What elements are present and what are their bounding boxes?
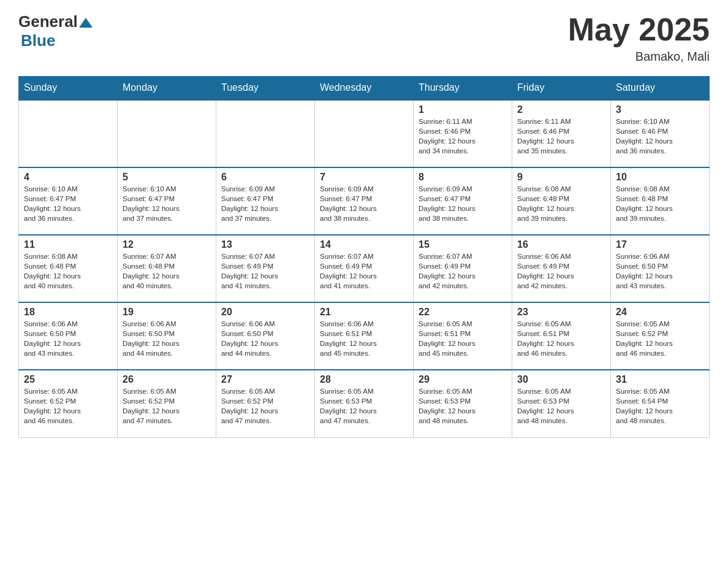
day-info: Sunrise: 6:06 AM Sunset: 6:50 PM Dayligh… [123, 319, 211, 358]
calendar-day-header: Monday [118, 76, 216, 100]
day-info: Sunrise: 6:06 AM Sunset: 6:49 PM Dayligh… [517, 251, 605, 291]
calendar-cell: 31Sunrise: 6:05 AM Sunset: 6:54 PM Dayli… [611, 370, 710, 437]
day-number: 7 [320, 172, 408, 183]
calendar-day-header: Sunday [19, 76, 118, 100]
location-text: Bamako, Mali [568, 50, 710, 64]
calendar-cell [216, 100, 315, 167]
day-number: 20 [221, 307, 309, 318]
day-number: 29 [419, 374, 507, 385]
calendar-cell: 28Sunrise: 6:05 AM Sunset: 6:53 PM Dayli… [315, 370, 414, 437]
day-info: Sunrise: 6:05 AM Sunset: 6:52 PM Dayligh… [123, 386, 211, 426]
calendar-cell: 15Sunrise: 6:07 AM Sunset: 6:49 PM Dayli… [414, 235, 512, 302]
calendar-cell: 8Sunrise: 6:09 AM Sunset: 6:47 PM Daylig… [414, 167, 512, 235]
day-number: 6 [221, 172, 309, 183]
day-number: 13 [221, 239, 309, 250]
day-number: 31 [616, 374, 704, 385]
calendar-header-row: SundayMondayTuesdayWednesdayThursdayFrid… [19, 76, 710, 100]
day-info: Sunrise: 6:05 AM Sunset: 6:51 PM Dayligh… [419, 319, 507, 358]
calendar-cell: 27Sunrise: 6:05 AM Sunset: 6:52 PM Dayli… [216, 370, 315, 437]
calendar-cell: 21Sunrise: 6:06 AM Sunset: 6:51 PM Dayli… [315, 302, 414, 370]
day-number: 16 [517, 239, 605, 250]
day-info: Sunrise: 6:05 AM Sunset: 6:52 PM Dayligh… [24, 386, 112, 426]
day-number: 10 [616, 172, 704, 183]
day-number: 18 [24, 307, 112, 318]
calendar-cell: 9Sunrise: 6:08 AM Sunset: 6:48 PM Daylig… [512, 167, 611, 235]
day-number: 30 [517, 374, 605, 385]
day-number: 14 [320, 239, 408, 250]
day-info: Sunrise: 6:07 AM Sunset: 6:49 PM Dayligh… [320, 251, 408, 291]
day-number: 19 [123, 307, 211, 318]
day-number: 3 [616, 104, 704, 115]
calendar-cell: 30Sunrise: 6:05 AM Sunset: 6:53 PM Dayli… [512, 370, 611, 437]
calendar-day-header: Saturday [611, 76, 710, 100]
day-info: Sunrise: 6:10 AM Sunset: 6:47 PM Dayligh… [123, 184, 211, 223]
day-number: 5 [123, 172, 211, 183]
day-info: Sunrise: 6:06 AM Sunset: 6:51 PM Dayligh… [320, 319, 408, 358]
day-info: Sunrise: 6:09 AM Sunset: 6:47 PM Dayligh… [221, 184, 309, 223]
logo-blue-text: Blue [21, 31, 55, 50]
day-info: Sunrise: 6:05 AM Sunset: 6:54 PM Dayligh… [616, 386, 704, 426]
calendar-cell: 24Sunrise: 6:05 AM Sunset: 6:52 PM Dayli… [611, 302, 710, 370]
calendar-week-row: 4Sunrise: 6:10 AM Sunset: 6:47 PM Daylig… [19, 167, 710, 235]
day-number: 4 [24, 172, 112, 183]
calendar-cell: 29Sunrise: 6:05 AM Sunset: 6:53 PM Dayli… [414, 370, 512, 437]
calendar-table: SundayMondayTuesdayWednesdayThursdayFrid… [18, 76, 710, 438]
day-number: 26 [123, 374, 211, 385]
month-title: May 2025 [568, 12, 710, 47]
day-info: Sunrise: 6:10 AM Sunset: 6:47 PM Dayligh… [24, 184, 112, 223]
calendar-cell: 1Sunrise: 6:11 AM Sunset: 6:46 PM Daylig… [414, 100, 512, 167]
day-info: Sunrise: 6:06 AM Sunset: 6:50 PM Dayligh… [24, 319, 112, 358]
day-info: Sunrise: 6:05 AM Sunset: 6:52 PM Dayligh… [616, 319, 704, 358]
day-number: 22 [419, 307, 507, 318]
calendar-cell: 11Sunrise: 6:08 AM Sunset: 6:48 PM Dayli… [19, 235, 118, 302]
calendar-cell: 6Sunrise: 6:09 AM Sunset: 6:47 PM Daylig… [216, 167, 315, 235]
day-number: 21 [320, 307, 408, 318]
calendar-cell: 19Sunrise: 6:06 AM Sunset: 6:50 PM Dayli… [118, 302, 216, 370]
day-info: Sunrise: 6:08 AM Sunset: 6:48 PM Dayligh… [24, 251, 112, 291]
calendar-week-row: 18Sunrise: 6:06 AM Sunset: 6:50 PM Dayli… [19, 302, 710, 370]
calendar-cell: 2Sunrise: 6:11 AM Sunset: 6:46 PM Daylig… [512, 100, 611, 167]
day-info: Sunrise: 6:05 AM Sunset: 6:52 PM Dayligh… [221, 386, 309, 426]
day-number: 11 [24, 239, 112, 250]
day-info: Sunrise: 6:05 AM Sunset: 6:53 PM Dayligh… [517, 386, 605, 426]
day-number: 27 [221, 374, 309, 385]
day-number: 28 [320, 374, 408, 385]
calendar-cell: 22Sunrise: 6:05 AM Sunset: 6:51 PM Dayli… [414, 302, 512, 370]
calendar-cell: 26Sunrise: 6:05 AM Sunset: 6:52 PM Dayli… [118, 370, 216, 437]
day-info: Sunrise: 6:11 AM Sunset: 6:46 PM Dayligh… [517, 117, 605, 156]
day-info: Sunrise: 6:08 AM Sunset: 6:48 PM Dayligh… [616, 184, 704, 223]
day-number: 2 [517, 104, 605, 115]
calendar-cell: 14Sunrise: 6:07 AM Sunset: 6:49 PM Dayli… [315, 235, 414, 302]
calendar-cell [118, 100, 216, 167]
calendar-cell: 13Sunrise: 6:07 AM Sunset: 6:49 PM Dayli… [216, 235, 315, 302]
calendar-cell: 17Sunrise: 6:06 AM Sunset: 6:50 PM Dayli… [611, 235, 710, 302]
day-info: Sunrise: 6:06 AM Sunset: 6:50 PM Dayligh… [616, 251, 704, 291]
page-header: General Blue May 2025 Bamako, Mali [18, 12, 710, 64]
day-number: 15 [419, 239, 507, 250]
day-info: Sunrise: 6:07 AM Sunset: 6:49 PM Dayligh… [221, 251, 309, 291]
day-info: Sunrise: 6:08 AM Sunset: 6:48 PM Dayligh… [517, 184, 605, 223]
day-info: Sunrise: 6:05 AM Sunset: 6:53 PM Dayligh… [419, 386, 507, 426]
day-number: 24 [616, 307, 704, 318]
calendar-cell: 3Sunrise: 6:10 AM Sunset: 6:46 PM Daylig… [611, 100, 710, 167]
calendar-week-row: 11Sunrise: 6:08 AM Sunset: 6:48 PM Dayli… [19, 235, 710, 302]
calendar-day-header: Friday [512, 76, 611, 100]
calendar-cell: 5Sunrise: 6:10 AM Sunset: 6:47 PM Daylig… [118, 167, 216, 235]
calendar-cell: 7Sunrise: 6:09 AM Sunset: 6:47 PM Daylig… [315, 167, 414, 235]
calendar-week-row: 25Sunrise: 6:05 AM Sunset: 6:52 PM Dayli… [19, 370, 710, 437]
day-info: Sunrise: 6:05 AM Sunset: 6:53 PM Dayligh… [320, 386, 408, 426]
title-area: May 2025 Bamako, Mali [568, 12, 710, 64]
calendar-cell: 10Sunrise: 6:08 AM Sunset: 6:48 PM Dayli… [611, 167, 710, 235]
calendar-cell: 18Sunrise: 6:06 AM Sunset: 6:50 PM Dayli… [19, 302, 118, 370]
day-info: Sunrise: 6:07 AM Sunset: 6:49 PM Dayligh… [419, 251, 507, 291]
day-number: 23 [517, 307, 605, 318]
day-number: 12 [123, 239, 211, 250]
day-number: 17 [616, 239, 704, 250]
calendar-week-row: 1Sunrise: 6:11 AM Sunset: 6:46 PM Daylig… [19, 100, 710, 167]
day-info: Sunrise: 6:09 AM Sunset: 6:47 PM Dayligh… [320, 184, 408, 223]
logo-arrow-icon [79, 18, 93, 28]
day-number: 8 [419, 172, 507, 183]
calendar-day-header: Tuesday [216, 76, 315, 100]
calendar-day-header: Wednesday [315, 76, 414, 100]
calendar-cell: 23Sunrise: 6:05 AM Sunset: 6:51 PM Dayli… [512, 302, 611, 370]
